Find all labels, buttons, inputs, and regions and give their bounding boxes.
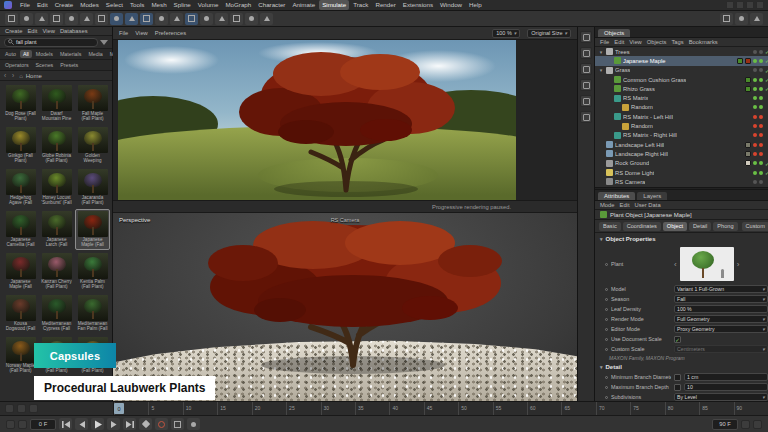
- anim-dot-icon[interactable]: [605, 396, 608, 399]
- menu-mesh[interactable]: Mesh: [148, 0, 169, 10]
- expand-icon[interactable]: ▾: [598, 49, 604, 55]
- render-picture-viewer-icon[interactable]: [125, 13, 138, 25]
- last-used-tool-icon[interactable]: [95, 13, 108, 25]
- object-row-rs-matrix[interactable]: RS Matrix: [595, 93, 768, 102]
- timeline-tick[interactable]: 25: [286, 402, 320, 415]
- timeline-marker-icon[interactable]: [5, 404, 14, 413]
- menu-help[interactable]: Help: [466, 0, 485, 10]
- asset-browser-icon[interactable]: [580, 31, 592, 43]
- material-chip[interactable]: [745, 142, 751, 148]
- visibility-dot[interactable]: [753, 87, 757, 91]
- om-menu-view[interactable]: View: [629, 39, 641, 45]
- tab-objects[interactable]: Objects: [598, 29, 630, 37]
- ab-menu-databases[interactable]: Databases: [60, 28, 88, 34]
- menu-mograph[interactable]: MoGraph: [222, 0, 254, 10]
- visibility-dot[interactable]: [753, 105, 757, 109]
- object-row-rock-ground[interactable]: Rock Ground ✓: [595, 159, 768, 168]
- object-row-rs-camera[interactable]: RS Camera: [595, 177, 768, 186]
- timeline-tick[interactable]: 80: [665, 402, 699, 415]
- filter-tab-auto[interactable]: Auto: [2, 50, 19, 58]
- visibility-dot[interactable]: [759, 96, 763, 100]
- layout-render-icon[interactable]: [756, 1, 764, 9]
- material-chip[interactable]: [745, 86, 751, 92]
- material-chip[interactable]: [737, 58, 743, 64]
- asset-item-kanzan-cherry-fall-plant[interactable]: Kanzan Cherry (Fall Plant): [39, 251, 74, 292]
- visibility-dot[interactable]: [759, 152, 763, 156]
- field-maximum-branch-depth-checkbox[interactable]: [674, 384, 681, 391]
- menu-render[interactable]: Render: [372, 0, 398, 10]
- visibility-dot[interactable]: [753, 50, 757, 54]
- anim-dot-icon[interactable]: [605, 288, 608, 291]
- visibility-dot[interactable]: [759, 50, 763, 54]
- save-image-icon[interactable]: [155, 13, 168, 25]
- asset-item-kousa-dogwood-fall-plant[interactable]: Kousa Dogwood (Fall Plant): [3, 293, 38, 334]
- attr-tab-detail[interactable]: Detail: [689, 222, 711, 231]
- nav-arrows-icon[interactable]: ‹ ›: [4, 72, 16, 79]
- asset-item-globe-robinia-fall-plant[interactable]: Globe Robinia (Fall Plant): [39, 125, 74, 166]
- fit-mode-select[interactable]: Original Size▾: [527, 29, 571, 38]
- visibility-dot[interactable]: [753, 68, 757, 72]
- timeline-tick[interactable]: 15: [217, 402, 251, 415]
- tab-layers[interactable]: Layers: [637, 192, 667, 200]
- timeline-tick[interactable]: 5: [148, 402, 182, 415]
- attr-tab-coordinates[interactable]: Coordinates: [623, 222, 661, 231]
- rv-menu-view[interactable]: View: [135, 30, 147, 36]
- timeline-tick[interactable]: 65: [561, 402, 595, 415]
- visibility-dot[interactable]: [759, 161, 763, 165]
- timeline-tick[interactable]: 50: [458, 402, 492, 415]
- filter-tab-operators[interactable]: Operators: [2, 61, 32, 69]
- timeline-key-icon[interactable]: [17, 404, 26, 413]
- field-minimum-branch-diameter[interactable]: 1 cm: [684, 373, 768, 381]
- object-row-rs-matrix-left-hill[interactable]: RS Matrix - Left Hill: [595, 112, 768, 121]
- timeline-tick[interactable]: 60: [527, 402, 561, 415]
- attribute-manager-icon[interactable]: [580, 47, 592, 59]
- perspective-viewport[interactable]: Perspective RS Camera: [113, 213, 577, 401]
- timeline-tick[interactable]: 30: [321, 402, 355, 415]
- timeline-tick[interactable]: 85: [699, 402, 733, 415]
- anim-dot-icon[interactable]: [605, 298, 608, 301]
- timeline-tick[interactable]: 75: [630, 402, 664, 415]
- visibility-dot[interactable]: [753, 96, 757, 100]
- timeline-tick[interactable]: 70: [596, 402, 630, 415]
- visibility-dot[interactable]: [759, 68, 763, 72]
- visibility-dot[interactable]: [759, 105, 763, 109]
- asset-item-mediterranean-fan-palm-fall-plant[interactable]: Mediterranean Fan Palm (Fall Plant): [75, 293, 110, 334]
- zoom-level-select[interactable]: 100 %▾: [492, 29, 520, 38]
- visibility-dot[interactable]: [753, 78, 757, 82]
- timeline-tick[interactable]: 90: [734, 402, 768, 415]
- attr-tab-custom[interactable]: Custom: [742, 222, 768, 231]
- visibility-dot[interactable]: [753, 171, 757, 175]
- asset-item-kentia-palm-fall-plant[interactable]: Kentia Palm (Fall Plant): [75, 251, 110, 292]
- field-subdivisions[interactable]: By Level▾: [674, 393, 768, 401]
- scale-icon[interactable]: [65, 13, 78, 25]
- playhead[interactable]: 0: [114, 403, 124, 414]
- visibility-dot[interactable]: [759, 171, 763, 175]
- solo-icon[interactable]: [187, 418, 200, 430]
- asset-item-dog-rose-fall-plant[interactable]: Dog Rose (Fall Plant): [3, 83, 38, 124]
- attr-menu-edit[interactable]: Edit: [620, 202, 630, 208]
- material-chip[interactable]: [745, 151, 751, 157]
- filter-tab-all[interactable]: All: [20, 50, 32, 58]
- object-properties-header[interactable]: ▾Object Properties: [595, 234, 768, 244]
- anim-dot-icon[interactable]: [605, 263, 608, 266]
- object-row-landscape-left-hill[interactable]: Landscape Left Hill: [595, 140, 768, 149]
- coordinate-manager-icon[interactable]: [580, 63, 592, 75]
- object-row-grass[interactable]: ▾ Grass ✓: [595, 66, 768, 75]
- filter-icon[interactable]: [245, 13, 258, 25]
- magnify-icon[interactable]: [260, 13, 273, 25]
- anim-dot-icon[interactable]: [605, 348, 608, 351]
- asset-item-japanese-larch-fall-plant[interactable]: Japanese Larch (Fall Plant): [39, 209, 74, 250]
- anim-dot-icon[interactable]: [605, 338, 608, 341]
- attr-tab-basic[interactable]: Basic: [599, 222, 621, 231]
- plant-preview[interactable]: [680, 247, 734, 281]
- field-season[interactable]: Fall▾: [674, 295, 768, 303]
- object-row-random[interactable]: Random: [595, 121, 768, 130]
- asset-item-fall-maple-fall-plant[interactable]: Fall Maple (Fall Plant): [75, 83, 110, 124]
- next-variant-arrow[interactable]: ›: [737, 260, 740, 269]
- render-toggle-icon[interactable]: [741, 420, 750, 429]
- start-frame-field[interactable]: 0 F: [30, 419, 56, 430]
- asset-item-japanese-maple-fall-plant[interactable]: Japanese Maple (Fall Plant): [3, 251, 38, 292]
- filter-icon[interactable]: [100, 40, 108, 45]
- field-leaf-density[interactable]: 100 %: [674, 305, 768, 313]
- workspace-icon[interactable]: [750, 13, 763, 25]
